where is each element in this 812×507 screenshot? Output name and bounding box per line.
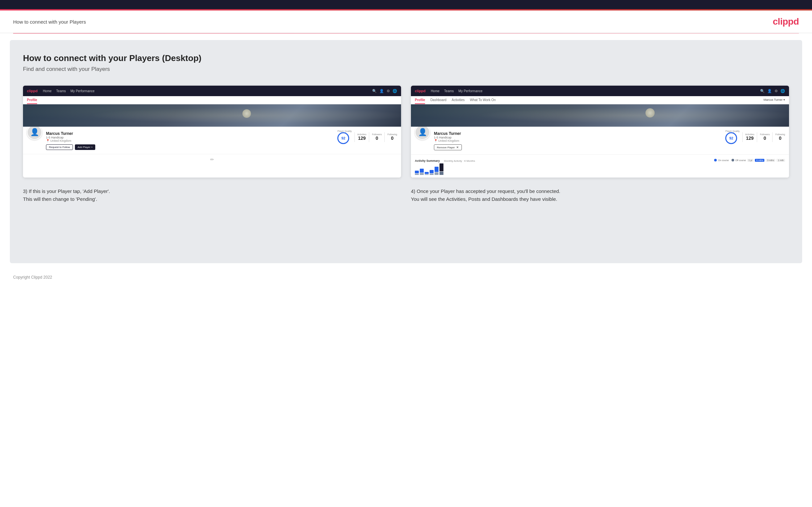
mockup1-logo: clippd [27,89,38,93]
page-heading: How to connect with your Players (Deskto… [23,53,789,63]
mockup-1: clippd Home Teams My Performance 🔍 👤 ⚙ 🌐… [23,86,401,177]
time-6mths[interactable]: 6 mths [755,159,764,162]
tab-profile-1[interactable]: Profile [27,98,37,104]
followers-stat-2: Followers 0 [760,133,770,141]
main-content: How to connect with your Players (Deskto… [10,40,802,263]
edit-area: ✏ [23,154,401,164]
caption-4-text: 4) Once your Player has accepted your re… [411,188,560,202]
mockup1-tabs: Profile [23,96,401,104]
tab-activities[interactable]: Activities [452,98,464,104]
tab-profile-2[interactable]: Profile [415,98,425,104]
remove-player-button[interactable]: Remove Player ✕ [434,145,462,150]
mockup1-player-name: Marcus Turner [46,131,334,136]
bar-group-3 [425,172,429,175]
banner-overlay [23,104,401,127]
request-follow-button[interactable]: Request to Follow [46,145,73,150]
banner-circle-2 [646,108,655,117]
time-1yr[interactable]: 1 yr [747,159,754,162]
search-icon-2[interactable]: 🔍 [760,89,765,93]
bar-oncourse-3 [425,172,429,174]
mockup1-nav-home[interactable]: Home [43,89,52,93]
followers-stat-1: Followers 0 [372,133,382,141]
user-icon-2[interactable]: 👤 [767,89,772,93]
bar-oncourse-5 [435,167,439,172]
activities-stat-2: Activities 129 [745,133,755,141]
bar-group-2 [420,169,424,175]
globe-icon[interactable]: 🌐 [393,89,397,93]
mockup2-nav-home[interactable]: Home [430,89,440,93]
offcourse-label: Off course [735,159,746,161]
quality-circle-2: 92 [725,132,737,144]
time-1mth[interactable]: 1 mth [776,159,785,162]
activity-title: Activity Summary [415,159,440,162]
add-player-button[interactable]: Add Player + [75,145,95,150]
divider-3 [384,132,385,142]
mockup2-nav-links: Home Teams My Performance [430,89,760,93]
mockup2-avatar: 👤 [415,125,430,140]
mockup2-tabs: Profile Dashboard Activities What To Wor… [411,96,789,104]
mockup1-stats: Player Quality 92 Activities 129 Followe… [337,130,397,144]
caption-3-text: 3) If this is your Player tap, 'Add Play… [23,188,110,202]
settings-icon[interactable]: ⚙ [387,89,390,93]
mockup1-nav-teams[interactable]: Teams [56,89,66,93]
mockup-2: clippd Home Teams My Performance 🔍 👤 ⚙ 🌐… [411,86,789,177]
mockup2-navbar: clippd Home Teams My Performance 🔍 👤 ⚙ 🌐 [411,86,789,96]
clippd-logo: clippd [773,16,799,27]
mockup1-handicap: 1-5 Handicap [46,136,334,139]
pencil-icon: ✏ [210,157,214,162]
bar-offcourse-3 [425,174,429,175]
divider-5 [757,132,757,142]
activity-header: Activity Summary Monthly Activity · 6 Mo… [415,157,785,163]
bar-offcourse-4 [429,174,434,175]
tab-what-to-work-on[interactable]: What To Work On [470,98,496,104]
tab-dashboard[interactable]: Dashboard [430,98,446,104]
mockup1-nav-performance[interactable]: My Performance [70,89,95,93]
divider-2 [369,132,369,142]
banner-overlay-2 [411,104,789,127]
quality-label-1: Player Quality [337,130,352,132]
activity-controls: On course Off course 1 yr 6 mths 3 mths … [714,159,785,162]
mockup1-profile-details: Marcus Turner 1-5 Handicap 📍 United King… [46,130,334,150]
bar-offcourse-6 [440,172,444,175]
mockup2-nav-teams[interactable]: Teams [444,89,454,93]
quality-label-2: Player Quality [725,130,740,132]
time-3mths[interactable]: 3 mths [766,159,775,162]
mockup2-banner [411,104,789,127]
search-icon[interactable]: 🔍 [372,89,377,93]
mockup2-nav-icons: 🔍 👤 ⚙ 🌐 [760,89,785,93]
top-bar [0,0,812,9]
user-icon[interactable]: 👤 [379,89,384,93]
mockup2-location: 📍 United Kingdom [434,139,721,143]
bar-oncourse-6 [440,163,444,171]
mockup2-nav-performance[interactable]: My Performance [459,89,483,93]
mockup2-actions: Remove Player ✕ [434,145,721,150]
mockup2-player-name: Marcus Turner [434,131,721,136]
oncourse-dot [714,159,717,161]
copyright: Copyright Clippd 2022 [13,275,52,280]
offcourse-dot [731,159,734,161]
mockup2-logo: clippd [415,89,425,93]
caption-4: 4) Once your Player has accepted your re… [411,187,789,203]
mockup2-profile-info: 👤 Marcus Turner 1-5 Handicap 📍 United Ki… [411,127,789,154]
captions-row: 3) If this is your Player tap, 'Add Play… [23,187,789,203]
activity-period: Monthly Activity · 6 Months [444,160,475,162]
mockup2-handicap: 1-5 Handicap [434,136,721,139]
bar-group-5 [435,167,439,175]
following-stat-2: Following 0 [775,133,785,141]
mockup1-location: 📍 United Kingdom [46,139,334,143]
player-dropdown[interactable]: Marcus Turner ▾ [763,98,785,104]
quality-circle-1: 92 [337,132,349,144]
divider-6 [772,132,773,142]
divider-4 [742,132,743,142]
following-stat-1: Following 0 [387,133,397,141]
activity-section: Activity Summary Monthly Activity · 6 Mo… [411,154,789,177]
mockups-row: clippd Home Teams My Performance 🔍 👤 ⚙ 🌐… [23,86,789,177]
bar-offcourse-2 [420,173,424,175]
settings-icon-2[interactable]: ⚙ [774,89,778,93]
bar-group-4 [429,170,434,175]
avatar-icon: 👤 [30,128,39,136]
bar-oncourse-4 [429,170,434,173]
activity-title-group: Activity Summary Monthly Activity · 6 Mo… [415,157,475,163]
globe-icon-2[interactable]: 🌐 [780,89,785,93]
header-divider [13,33,799,34]
